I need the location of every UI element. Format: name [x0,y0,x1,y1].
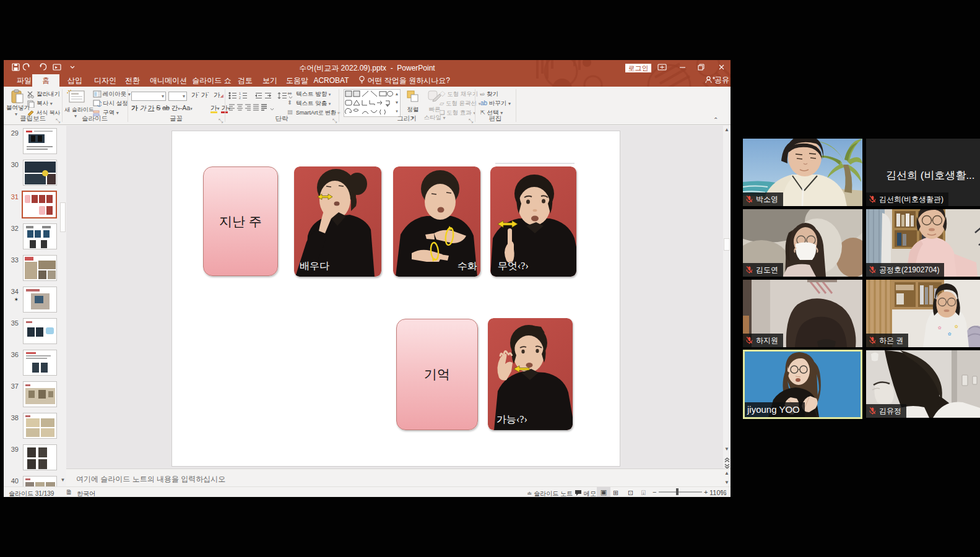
svg-text:가능‹?›: 가능‹?› [497,414,527,425]
svg-text:✿: ✿ [938,326,942,330]
svg-text:배우다: 배우다 [300,261,329,271]
svg-text:수화: 수화 [457,261,477,271]
svg-text:1: 1 [239,92,241,95]
svg-text:2: 2 [239,96,241,100]
svg-text:무엇‹?›: 무엇‹?› [498,261,529,271]
svg-text:✿: ✿ [948,332,952,336]
svg-text:✿: ✿ [955,324,958,329]
